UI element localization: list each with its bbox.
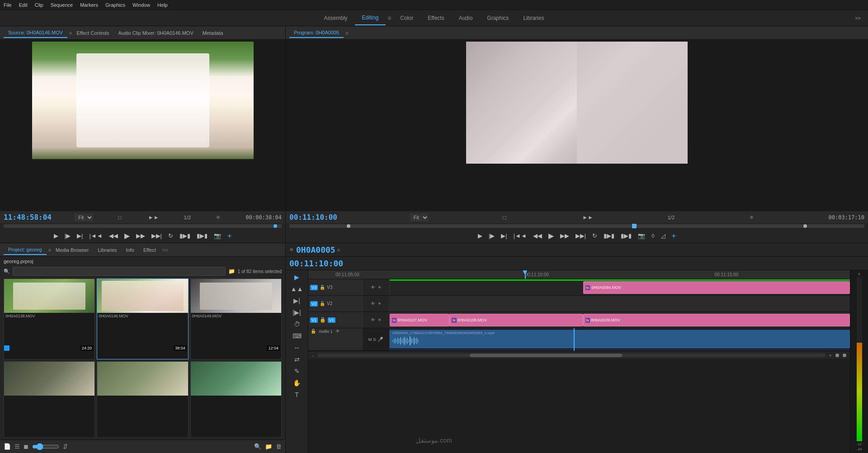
menu-clip[interactable]: Clip (35, 2, 43, 8)
media-item-4[interactable] (97, 361, 188, 438)
source-settings[interactable]: ⚛ (214, 213, 222, 222)
project-grid-view[interactable]: ◼ (24, 443, 28, 450)
program-tab-menu[interactable]: ≡ (345, 30, 348, 36)
source-overwrite[interactable]: ▮▶▮ (195, 231, 209, 240)
menu-markers[interactable]: Markers (80, 2, 98, 8)
source-insert[interactable]: ▮▶▮ (178, 231, 192, 240)
media-item-0146[interactable]: 38:04 0H0A0146.MOV (97, 278, 188, 359)
project-sort[interactable]: ⇵ (63, 443, 68, 450)
tab-media-browser[interactable]: Media Browser (51, 245, 93, 255)
program-scrubbar[interactable] (289, 224, 864, 228)
source-mark-clip[interactable]: |▶ (63, 231, 72, 240)
tab-program[interactable]: Program: 0H0A0005 (289, 28, 344, 38)
program-playhead[interactable] (632, 224, 637, 228)
menu-graphics[interactable]: Graphics (105, 2, 125, 8)
source-zoom-out[interactable]: □ (116, 213, 123, 222)
menu-sequence[interactable]: Sequence (51, 2, 73, 8)
timeline-close-icon[interactable]: ✕ (289, 247, 293, 253)
tl-zoom-in[interactable]: + (829, 353, 832, 358)
v3-clip-0094[interactable]: fx 0H0A0094.MOV (583, 281, 850, 294)
program-mark-clip[interactable]: |▶ (487, 231, 496, 240)
v2-mute[interactable]: ☀ (377, 301, 382, 307)
source-play[interactable]: ▶ (123, 231, 132, 241)
source-fit-dropdown[interactable]: Fit (75, 213, 93, 222)
tool-slide[interactable]: ⇄ (293, 354, 301, 364)
a1-lock[interactable]: 🔓 (310, 328, 316, 334)
program-play-fwd[interactable]: ▶▶ (558, 231, 571, 240)
menu-help[interactable]: Help (157, 2, 168, 8)
v2-lock[interactable]: 🔓 (319, 301, 326, 307)
workspace-more[interactable]: >> (855, 15, 861, 21)
tool-text[interactable]: T (293, 390, 300, 400)
tab-effect[interactable]: Effect (139, 245, 160, 255)
tool-slip[interactable]: ↔ (292, 343, 302, 353)
source-goto-out[interactable]: ▶▶| (150, 231, 164, 240)
tab-info[interactable]: Info (122, 245, 139, 255)
program-step-fwd[interactable]: ►► (580, 213, 595, 222)
v1-eye[interactable]: 👁 (370, 317, 376, 323)
tool-hand[interactable]: ✋ (292, 378, 302, 388)
tab-effect-controls[interactable]: Effect Controls (72, 28, 114, 38)
program-insert[interactable]: ▮▶▮ (602, 231, 616, 240)
search-input[interactable] (13, 267, 226, 276)
source-camera[interactable]: 📷 (212, 231, 223, 240)
source-step-fwd[interactable]: ▶▶ (134, 231, 147, 240)
tool-selection[interactable]: ▶ (293, 272, 301, 282)
tab-project[interactable]: Project: georeg (4, 245, 47, 255)
source-step-forward[interactable]: ►► (146, 213, 161, 222)
timeline-menu-icon[interactable]: ≡ (337, 247, 340, 253)
a1-eye[interactable]: 👁 (335, 328, 340, 334)
media-item-3[interactable] (4, 361, 95, 438)
v3-mute[interactable]: ☀ (377, 284, 382, 290)
program-overwrite[interactable]: ▮▶▮ (619, 231, 633, 240)
program-goto-in[interactable]: |◄◄ (512, 231, 528, 240)
tool-pen[interactable]: ✎ (293, 366, 301, 376)
v1-lock[interactable]: 🔒 (319, 316, 326, 323)
source-scrub-handle[interactable] (274, 224, 277, 228)
program-play[interactable]: ▶ (547, 231, 556, 241)
tab-libraries[interactable]: Libraries (93, 245, 121, 255)
media-item-0149[interactable]: 12:04 0H0A0149.MOV (190, 278, 282, 359)
source-goto-in[interactable]: |◄◄ (87, 231, 104, 240)
program-fullscreen[interactable]: ◿ (659, 231, 667, 240)
menu-file[interactable]: File (4, 2, 12, 8)
tab-editing[interactable]: Editing (355, 11, 386, 25)
tool-rate-stretch[interactable]: ⏱ (292, 319, 302, 329)
program-camera[interactable]: 📷 (636, 231, 647, 240)
editing-menu-icon[interactable]: ≡ (387, 14, 391, 22)
tab-metadata[interactable]: Metadata (198, 28, 228, 38)
source-scrubbar[interactable] (4, 224, 282, 228)
tool-rolling-edit[interactable]: |▶| (291, 307, 302, 317)
tab-audio[interactable]: Audio (452, 11, 480, 25)
program-goto-out[interactable]: ▶▶| (574, 231, 588, 240)
source-step-back[interactable]: ◀◀ (107, 231, 120, 240)
icon-size-slider[interactable] (32, 443, 59, 450)
v1-clip-0109-2[interactable]: fx 0H0A0109.MOV (583, 314, 850, 326)
tl-zoom-out[interactable]: - (312, 353, 314, 358)
source-mark-out[interactable]: ▶| (75, 231, 85, 240)
audio-clip[interactable]: 10000000_1798101373576564_75580635838299… (390, 330, 850, 348)
tab-audio-clip-mixer[interactable]: Audio Clip Mixer: 0H0A0146.MOV (113, 28, 198, 38)
source-loop[interactable]: ↻ (166, 231, 175, 240)
media-item-5[interactable] (190, 361, 282, 438)
v1-mute[interactable]: ☀ (377, 317, 382, 323)
a1-mic[interactable]: 🎤 (377, 336, 383, 342)
project-find[interactable]: 🔍 (254, 443, 261, 450)
program-btn2[interactable]: ◊ (650, 231, 656, 240)
program-step-back[interactable]: ◀◀ (531, 231, 544, 240)
tool-ripple-edit[interactable]: ▶| (292, 296, 302, 306)
tool-track-select[interactable]: ▲▲ (289, 284, 305, 294)
v3-eye[interactable]: 👁 (370, 284, 376, 290)
source-mark-in[interactable]: ▶ (52, 231, 60, 240)
tl-hscroll[interactable] (317, 354, 826, 357)
nav-dot-2[interactable] (843, 354, 846, 357)
project-delete[interactable]: 🗑 (276, 443, 282, 450)
program-fit-dropdown[interactable]: Fit (410, 213, 429, 222)
program-settings[interactable]: ⚛ (747, 213, 756, 222)
v1-clip-0109-1[interactable]: fx 0H0A0109.MOV (449, 314, 583, 326)
project-new-folder[interactable]: 📁 (265, 443, 272, 450)
program-loop[interactable]: ↻ (590, 231, 599, 240)
v2-eye[interactable]: 👁 (370, 301, 376, 307)
menu-window[interactable]: Window (132, 2, 150, 8)
program-add[interactable]: + (670, 231, 678, 241)
